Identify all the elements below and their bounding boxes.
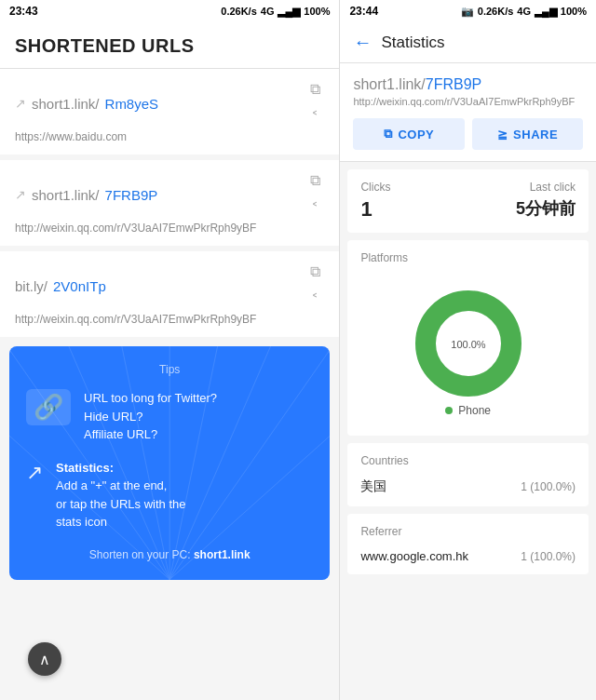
url-short-3: bit.ly/2V0nITp — [15, 278, 106, 294]
last-click-value: 5分钟前 — [516, 197, 576, 220]
url-domain-2: short1.link/ — [32, 187, 100, 203]
network-type-right: 4G — [517, 6, 531, 17]
tips-label: Tips — [26, 363, 313, 376]
donut-chart: 100.0% — [408, 283, 529, 404]
action-buttons: ⧉ COPY ≧ SHARE — [353, 118, 583, 150]
url-actions-1[interactable]: ⧉ ˂ — [305, 80, 324, 127]
status-bar-right: 23:44 📷 0.26K/s 4G ▂▄▆ 100% — [340, 0, 596, 22]
url-long-3: http://weixin.qq.com/r/V3UaAI7EmwPkrRph9… — [15, 313, 324, 326]
trend-icon-2: ↗ — [15, 187, 26, 202]
link-icon: 🔗 — [26, 389, 71, 425]
platforms-card: Platforms 100.0% Phone — [347, 240, 589, 436]
countries-label: Countries — [360, 454, 576, 467]
last-click-label: Last click — [516, 181, 576, 194]
url-actions-3[interactable]: ⧉ ˂ — [305, 262, 324, 309]
time-left: 23:43 — [9, 5, 38, 18]
tips-footer: Shorten on your PC: short1.link — [26, 548, 313, 561]
copy-icon-2[interactable]: ⧉ — [305, 171, 324, 190]
tips-item1-text: URL too long for Twitter?Hide URL?Affili… — [84, 389, 217, 444]
tips-item2-text: Statistics: Add a "+" at the end,or tap … — [56, 459, 185, 532]
share-icon-1[interactable]: ˂ — [305, 108, 324, 127]
url-long-1: https://www.baidu.com — [15, 130, 324, 143]
time-right: 23:44 — [349, 5, 378, 18]
tips-link: short1.link — [194, 548, 251, 561]
url-path-3: 2V0nITp — [53, 278, 106, 294]
url-item-2: ↗ short1.link/7FRB9P ⧉ ˂ http://weixin.q… — [0, 160, 339, 246]
url-list: ↗ short1.link/Rm8yeS ⧉ ˂ https://www.bai… — [0, 69, 339, 657]
donut-chart-container: 100.0% Phone — [360, 276, 576, 424]
right-panel: 23:44 📷 0.26K/s 4G ▂▄▆ 100% ← Statistics… — [340, 0, 596, 700]
copy-label: COPY — [398, 128, 434, 141]
clicks-value: 1 — [360, 197, 390, 222]
url-item-1: ↗ short1.link/Rm8yeS ⧉ ˂ https://www.bai… — [0, 69, 339, 155]
last-click-metric: Last click 5分钟前 — [516, 181, 576, 222]
clicks-label: Clicks — [360, 181, 390, 194]
right-header: ← Statistics — [340, 22, 596, 63]
legend-dot — [445, 407, 453, 414]
url-path-2: 7FRB9P — [105, 187, 158, 203]
battery-right: 100% — [561, 6, 587, 17]
left-panel: 23:43 0.26K/s 4G ▂▄▆ 100% SHORTENED URLS… — [0, 0, 339, 700]
copy-icon-1[interactable]: ⧉ — [305, 80, 324, 99]
copy-icon: ⧉ — [384, 127, 393, 141]
copy-icon-3[interactable]: ⧉ — [305, 262, 324, 281]
referrer-card: Referrer www.google.com.hk 1 (100.0%) — [347, 514, 589, 574]
url-long-2: http://weixin.qq.com/r/V3UaAI7EmwPkrRph9… — [15, 222, 324, 235]
network-speed-left: 0.26K/s — [221, 6, 257, 17]
country-count-1: 1 (100.0%) — [521, 480, 576, 493]
copy-button[interactable]: ⧉ COPY — [353, 118, 464, 150]
countries-card: Countries 美国 1 (100.0%) — [347, 443, 589, 506]
stats-url-section: short1.link/7FRB9P http://weixin.qq.com/… — [340, 63, 596, 162]
status-icons-left: 0.26K/s 4G ▂▄▆ 100% — [221, 6, 330, 18]
page-title: SHORTENED URLS — [15, 35, 324, 57]
referrer-row-1: www.google.com.hk 1 (100.0%) — [360, 549, 576, 563]
clicks-metric: Clicks 1 — [360, 181, 390, 222]
stats-url-domain: short1.link/ — [353, 76, 425, 92]
share-icon-2[interactable]: ˂ — [305, 199, 324, 218]
legend-label: Phone — [458, 404, 491, 417]
signal-left: ▂▄▆ — [278, 6, 300, 18]
country-name-1: 美国 — [360, 478, 386, 495]
url-path-1: Rm8yeS — [105, 96, 159, 112]
trend-icon-1: ↗ — [15, 96, 26, 111]
battery-left: 100% — [304, 6, 330, 17]
referrer-label: Referrer — [360, 525, 576, 538]
url-item-3: bit.ly/2V0nITp ⧉ ˂ http://weixin.qq.com/… — [0, 251, 339, 337]
share-label: SHARE — [513, 128, 558, 141]
share-icon: ≧ — [497, 128, 508, 141]
share-button[interactable]: ≧ SHARE — [472, 118, 583, 150]
clicks-card: Clicks 1 Last click 5分钟前 — [347, 169, 589, 233]
signal-right: ▂▄▆ — [535, 6, 557, 18]
platforms-label: Platforms — [360, 251, 576, 264]
platforms-legend: Phone — [445, 404, 491, 417]
stats-short-url: short1.link/7FRB9P — [353, 76, 583, 93]
stats-icon: ↗ — [26, 461, 43, 485]
status-bar-left: 23:43 0.26K/s 4G ▂▄▆ 100% — [0, 0, 339, 22]
url-domain-3: bit.ly/ — [15, 278, 47, 294]
stats-long-url: http://weixin.qq.com/r/V3UaAI7EmwPkrRph9… — [353, 96, 583, 107]
stats-url-path: 7FRB9P — [426, 76, 481, 92]
referrer-count-1: 1 (100.0%) — [521, 550, 576, 563]
url-short-2: ↗ short1.link/7FRB9P — [15, 187, 157, 203]
url-domain-1: short1.link/ — [32, 96, 100, 112]
country-row-1: 美国 1 (100.0%) — [360, 478, 576, 495]
left-header: SHORTENED URLS — [0, 22, 339, 69]
share-icon-3[interactable]: ˂ — [305, 290, 324, 309]
status-icons-right: 📷 0.26K/s 4G ▂▄▆ 100% — [461, 6, 587, 18]
scroll-up-button[interactable]: ∧ — [28, 642, 61, 676]
url-actions-2[interactable]: ⧉ ˂ — [305, 171, 324, 218]
url-short-1: ↗ short1.link/Rm8yeS — [15, 96, 158, 112]
back-button[interactable]: ← — [353, 32, 372, 53]
network-type-left: 4G — [261, 6, 275, 17]
svg-text:100.0%: 100.0% — [451, 339, 486, 350]
network-speed-right: 0.26K/s — [478, 6, 514, 17]
referrer-name-1: www.google.com.hk — [360, 549, 468, 563]
chevron-up-icon: ∧ — [39, 651, 50, 668]
right-header-title: Statistics — [381, 34, 444, 52]
screenshot-icon: 📷 — [461, 6, 474, 18]
